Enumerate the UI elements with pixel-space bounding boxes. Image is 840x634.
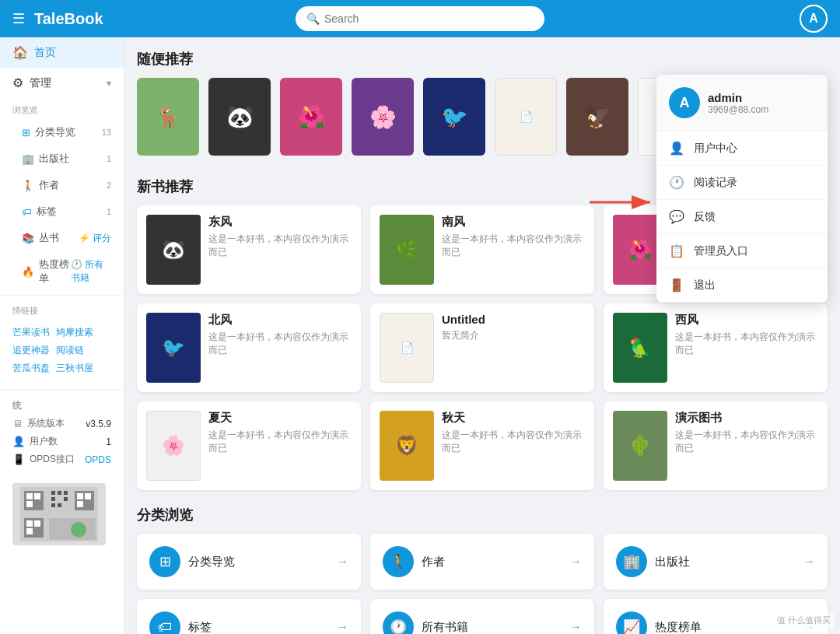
- cat-author-icon: 🚶: [383, 546, 414, 577]
- book-desc-7: 这是一本好书，本内容仅作为演示而已: [442, 429, 585, 455]
- book-card-xiatian[interactable]: 🌸 夏天 这是一本好书，本内容仅作为演示而已: [137, 401, 361, 490]
- book-info-3: 北风 这是一本好书，本内容仅作为演示而已: [208, 313, 352, 357]
- system-version-row: 🖥 系统版本 v3.5.9: [12, 417, 111, 430]
- book-card-nanfeng[interactable]: 🌿 南风 这是一本好书，本内容仅作为演示而已: [370, 205, 594, 294]
- list-item[interactable]: 🌸: [352, 78, 414, 156]
- search-bar[interactable]: 🔍: [296, 6, 544, 31]
- sidebar-link-row-3: 苦瓜书盘 三秋书屋: [12, 362, 111, 375]
- dropdown-logout[interactable]: 🚪 退出: [656, 268, 828, 303]
- dropdown-feedback[interactable]: 💬 反馈: [656, 200, 828, 234]
- menu-icon[interactable]: ☰: [12, 10, 25, 27]
- svg-rect-12: [26, 520, 33, 527]
- link-tracker[interactable]: 追更神器: [12, 344, 50, 357]
- tag-badge: 1: [107, 207, 111, 216]
- user-center-icon: 👤: [669, 141, 684, 156]
- sidebar-link-row-2: 追更神器 阅读链: [12, 344, 111, 357]
- trending-label: 热度榜单: [39, 257, 71, 285]
- tag-icon: 🏷: [22, 206, 32, 218]
- search-input[interactable]: [324, 12, 534, 25]
- avatar-button[interactable]: A: [800, 5, 828, 33]
- link-kugua[interactable]: 苦瓜书盘: [12, 362, 50, 375]
- sidebar-item-trending[interactable]: 🔥 热度榜单 🕐 所有书籍: [0, 251, 124, 292]
- opds-value[interactable]: OPDS: [85, 454, 111, 465]
- sidebar-item-tag[interactable]: 🏷 标签 1: [0, 198, 124, 225]
- book-card-xifeng[interactable]: 🦜 西风 这是一本好书，本内容仅作为演示而已: [604, 303, 828, 392]
- sidebar-links-label: 情链接: [0, 299, 124, 320]
- book-desc-8: 这是一本好书，本内容仅作为演示而已: [675, 429, 818, 455]
- list-item[interactable]: 🐼: [208, 78, 271, 156]
- sidebar-item-series[interactable]: 📚 丛书 ⚡ 评分: [0, 225, 124, 251]
- logout-label: 退出: [694, 278, 716, 292]
- cat-guide-icon: ⊞: [149, 546, 180, 577]
- watermark: 值 什么值得买: [774, 613, 834, 628]
- book-card-beifeng[interactable]: 🐦 北风 这是一本好书，本内容仅作为演示而已: [137, 303, 361, 392]
- list-item[interactable]: 🦅: [566, 78, 628, 156]
- link-jiumu[interactable]: 鸠摩搜索: [56, 326, 93, 339]
- feedback-icon: 💬: [669, 209, 684, 224]
- category-card-publisher[interactable]: 🏢 出版社 →: [604, 534, 828, 590]
- book-cover-0: 🐼: [146, 215, 201, 285]
- book-cover-4: 📄: [380, 313, 434, 383]
- book-info-4: Untitled 暂无简介: [442, 313, 585, 342]
- dropdown-user-center[interactable]: 👤 用户中心: [656, 131, 828, 166]
- svg-rect-8: [77, 493, 83, 499]
- svg-rect-4: [26, 493, 33, 499]
- admin-entry-icon: 📋: [669, 243, 684, 258]
- recommend-cover-2: 🌺: [280, 78, 342, 156]
- cat-publisher-label: 出版社: [655, 555, 690, 569]
- category-card-all[interactable]: 🕐 所有书籍 →: [370, 599, 594, 634]
- book-info-7: 秋天 这是一本好书，本内容仅作为演示而已: [442, 411, 585, 455]
- link-reading[interactable]: 阅读链: [56, 344, 84, 357]
- book-info-5: 西风 这是一本好书，本内容仅作为演示而已: [675, 313, 818, 357]
- category-label: 分类导览: [35, 125, 75, 139]
- list-item[interactable]: 🌺: [280, 78, 342, 156]
- sidebar-item-category[interactable]: ⊞ 分类导览 13: [0, 119, 124, 145]
- link-mango[interactable]: 芒果读书: [12, 326, 50, 339]
- users-label: 用户数: [30, 435, 58, 448]
- book-cover-7: 🦁: [380, 411, 434, 481]
- reading-history-label: 阅读记录: [694, 176, 737, 190]
- svg-rect-9: [85, 493, 91, 499]
- dropdown-reading-history[interactable]: 🕐 阅读记录: [656, 166, 828, 200]
- sidebar-home-label: 首页: [34, 46, 56, 60]
- list-item[interactable]: 🦌: [137, 78, 199, 156]
- cat-guide-label: 分类导览: [188, 555, 235, 569]
- recommend-cover-6: 🦅: [566, 78, 628, 156]
- dropdown-user-info: admin 3969@88.com: [708, 91, 768, 115]
- book-title-8: 演示图书: [675, 411, 818, 426]
- book-title-4: Untitled: [442, 313, 585, 326]
- category-card-author[interactable]: 🚶 作者 →: [370, 534, 594, 590]
- sidebar-item-home[interactable]: 🏠 首页: [0, 37, 124, 68]
- book-card-qiutian[interactable]: 🦁 秋天 这是一本好书，本内容仅作为演示而已: [370, 401, 594, 490]
- category-icon: ⊞: [22, 127, 30, 138]
- sidebar-item-publisher[interactable]: 🏢 出版社 1: [0, 145, 124, 172]
- author-icon: 🚶: [22, 180, 34, 191]
- book-card-yanshi[interactable]: 🌵 演示图书 这是一本好书，本内容仅作为演示而已: [604, 401, 828, 490]
- sidebar-section-browse: 浏览览: [0, 98, 124, 119]
- cat-tag-arrow: →: [336, 620, 348, 634]
- user-center-label: 用户中心: [694, 142, 737, 156]
- list-item[interactable]: 📄: [495, 78, 557, 156]
- sidebar-item-author[interactable]: 🚶 作者 2: [0, 172, 124, 198]
- book-card-dongfeng[interactable]: 🐼 东风 这是一本好书，本内容仅作为演示而已: [137, 205, 361, 294]
- dropdown-username: admin: [708, 91, 768, 104]
- sidebar-link-row-1: 芒果读书 鸠摩搜索: [12, 326, 111, 339]
- category-card-tag[interactable]: 🏷 标签 →: [137, 599, 361, 634]
- manage-arrow-icon: ▾: [107, 78, 111, 89]
- dropdown-admin-entry[interactable]: 📋 管理员入口: [656, 234, 828, 268]
- book-title-7: 秋天: [442, 411, 585, 426]
- sidebar-item-manage[interactable]: ⚙ 管理 ▾: [0, 68, 124, 98]
- book-card-untitled[interactable]: 📄 Untitled 暂无简介: [370, 303, 594, 392]
- cat-all-label: 所有书籍: [422, 620, 468, 635]
- sidebar: 🏠 首页 ⚙ 管理 ▾ 浏览览 ⊞ 分类导览 13 🏢 出版社 1 🚶 作者 2…: [0, 37, 124, 634]
- cat-trending-icon: 📈: [616, 611, 647, 634]
- book-info-6: 夏天 这是一本好书，本内容仅作为演示而已: [208, 411, 352, 455]
- cat-trending-label: 热度榜单: [655, 620, 702, 635]
- link-sanqiu[interactable]: 三秋书屋: [56, 362, 93, 375]
- category-card-guide[interactable]: ⊞ 分类导览 →: [137, 534, 361, 590]
- list-item[interactable]: 🐦: [423, 78, 485, 156]
- search-icon: 🔍: [306, 12, 320, 25]
- feedback-label: 反馈: [694, 210, 716, 224]
- book-desc-5: 这是一本好书，本内容仅作为演示而已: [675, 331, 818, 357]
- book-info-8: 演示图书 这是一本好书，本内容仅作为演示而已: [675, 411, 818, 455]
